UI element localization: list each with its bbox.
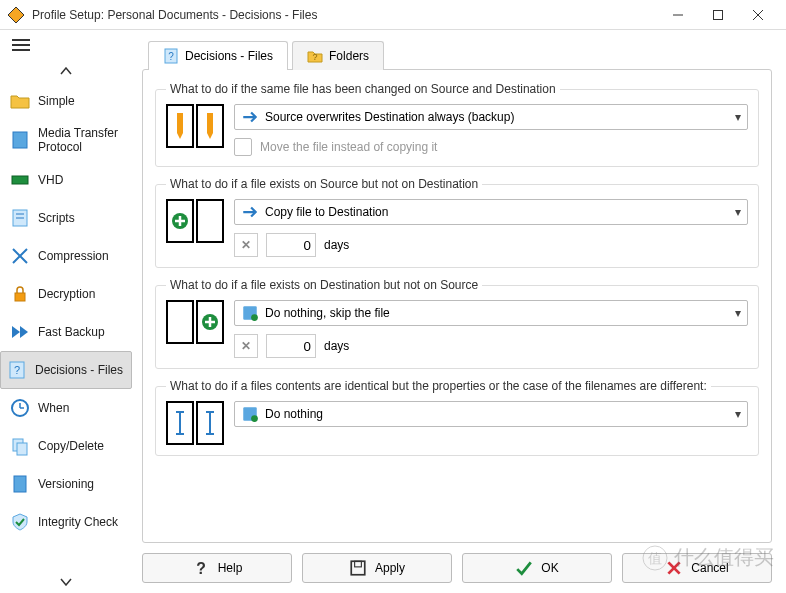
identical-select[interactable]: Do nothing ▾	[234, 401, 748, 427]
clear-days-button[interactable]: ✕	[234, 233, 258, 257]
sidebar-item-when[interactable]: When	[0, 389, 132, 427]
select-value: Copy file to Destination	[265, 205, 735, 219]
days-label: days	[324, 238, 349, 252]
tab-folders[interactable]: ? Folders	[292, 41, 384, 70]
help-button[interactable]: ? Help	[142, 553, 292, 583]
days-input[interactable]	[266, 233, 316, 257]
sidebar-scroll-down[interactable]	[0, 571, 132, 593]
maximize-button[interactable]	[698, 0, 738, 30]
stop-icon	[241, 405, 259, 423]
icon-pair	[166, 401, 224, 445]
button-label: OK	[541, 561, 558, 575]
svg-rect-9	[12, 176, 28, 184]
pencil-card-icon	[196, 104, 224, 148]
select-value: Do nothing	[265, 407, 735, 421]
svg-point-40	[251, 314, 258, 321]
svg-marker-30	[207, 133, 213, 139]
chevron-down-icon: ▾	[735, 407, 741, 421]
sidebar-item-label: Scripts	[38, 211, 75, 225]
arrow-right-icon	[241, 108, 259, 126]
save-icon	[349, 559, 367, 577]
svg-text:?: ?	[14, 364, 20, 376]
chevron-down-icon: ▾	[735, 306, 741, 320]
sidebar-item-vhd[interactable]: VHD	[0, 161, 132, 199]
titlebar: Profile Setup: Personal Documents - Deci…	[0, 0, 786, 30]
only-source-select[interactable]: Copy file to Destination ▾	[234, 199, 748, 225]
sidebar-item-mtp[interactable]: Media Transfer Protocol	[0, 120, 132, 161]
app-icon	[8, 7, 24, 23]
sidebar-item-fast-backup[interactable]: Fast Backup	[0, 313, 132, 351]
sidebar-item-scripts[interactable]: Scripts	[0, 199, 132, 237]
sidebar-scroll-up[interactable]	[0, 60, 132, 82]
sidebar-item-label: Simple	[38, 94, 75, 108]
sidebar-item-label: Decisions - Files	[35, 363, 123, 377]
sidebar-item-label: Fast Backup	[38, 325, 105, 339]
sidebar-item-decryption[interactable]: Decryption	[0, 275, 132, 313]
sidebar-item-simple[interactable]: Simple	[0, 82, 132, 120]
select-value: Do nothing, skip the file	[265, 306, 735, 320]
sidebar-item-label: Decryption	[38, 287, 95, 301]
cancel-button[interactable]: Cancel	[622, 553, 772, 583]
sidebar-item-label: When	[38, 401, 69, 415]
close-button[interactable]	[738, 0, 778, 30]
sidebar-item-decisions-files[interactable]: ?Decisions - Files	[0, 351, 132, 389]
section-only-source: What to do if a file exists on Source bu…	[155, 177, 759, 268]
section-legend: What to do if a file exists on Source bu…	[166, 177, 482, 191]
content-area: ? Decisions - Files ? Folders What to do…	[132, 30, 786, 593]
question-file-icon: ?	[7, 360, 27, 380]
x-icon	[665, 559, 683, 577]
section-legend: What to do if a file exists on Destinati…	[166, 278, 482, 292]
sidebar-item-label: VHD	[38, 173, 63, 187]
svg-rect-29	[207, 113, 213, 133]
svg-rect-27	[177, 113, 183, 133]
tab-panel: What to do if the same file has been cha…	[142, 69, 772, 543]
checkbox-label: Move the file instead of copying it	[260, 140, 437, 154]
svg-text:?: ?	[168, 51, 174, 62]
move-checkbox-row[interactable]: Move the file instead of copying it	[234, 138, 748, 156]
fast-forward-icon	[10, 322, 30, 342]
question-folder-icon: ?	[307, 48, 323, 64]
chevron-down-icon: ▾	[735, 205, 741, 219]
only-dest-select[interactable]: Do nothing, skip the file ▾	[234, 300, 748, 326]
tab-decisions-files[interactable]: ? Decisions - Files	[148, 41, 288, 70]
sidebar-item-compression[interactable]: Compression	[0, 237, 132, 275]
arrow-right-icon	[241, 203, 259, 221]
pencil-card-icon	[166, 104, 194, 148]
sidebar-item-integrity[interactable]: Integrity Check	[0, 503, 132, 541]
copy-icon	[10, 436, 30, 456]
svg-marker-15	[20, 326, 28, 338]
sidebar-item-versioning[interactable]: Versioning	[0, 465, 132, 503]
both-changed-select[interactable]: Source overwrites Destination always (ba…	[234, 104, 748, 130]
checkbox-icon	[234, 138, 252, 156]
svg-text:?: ?	[313, 52, 318, 62]
icon-pair	[166, 199, 224, 243]
menu-button[interactable]	[0, 30, 132, 60]
section-legend: What to do if a files contents are ident…	[166, 379, 711, 393]
svg-text:?: ?	[196, 560, 206, 577]
stop-icon	[241, 304, 259, 322]
sidebar-item-label: Versioning	[38, 477, 94, 491]
cursor-card-icon	[166, 401, 194, 445]
svg-rect-50	[351, 561, 365, 575]
button-label: Help	[218, 561, 243, 575]
minimize-button[interactable]	[658, 0, 698, 30]
window-title: Profile Setup: Personal Documents - Deci…	[32, 8, 658, 22]
question-file-icon: ?	[163, 48, 179, 64]
section-only-dest: What to do if a file exists on Destinati…	[155, 278, 759, 369]
question-icon: ?	[192, 559, 210, 577]
sidebar: Simple Media Transfer Protocol VHD Scrip…	[0, 30, 132, 593]
svg-marker-28	[177, 133, 183, 139]
apply-button[interactable]: Apply	[302, 553, 452, 583]
days-input[interactable]	[266, 334, 316, 358]
disk-icon	[10, 170, 30, 190]
sidebar-item-label: Copy/Delete	[38, 439, 104, 453]
icon-pair	[166, 104, 224, 148]
svg-rect-2	[714, 10, 723, 19]
sidebar-item-copy-delete[interactable]: Copy/Delete	[0, 427, 132, 465]
button-label: Apply	[375, 561, 405, 575]
chevron-down-icon: ▾	[735, 110, 741, 124]
ok-button[interactable]: OK	[462, 553, 612, 583]
clock-icon	[10, 398, 30, 418]
svg-marker-0	[8, 7, 24, 23]
clear-days-button[interactable]: ✕	[234, 334, 258, 358]
